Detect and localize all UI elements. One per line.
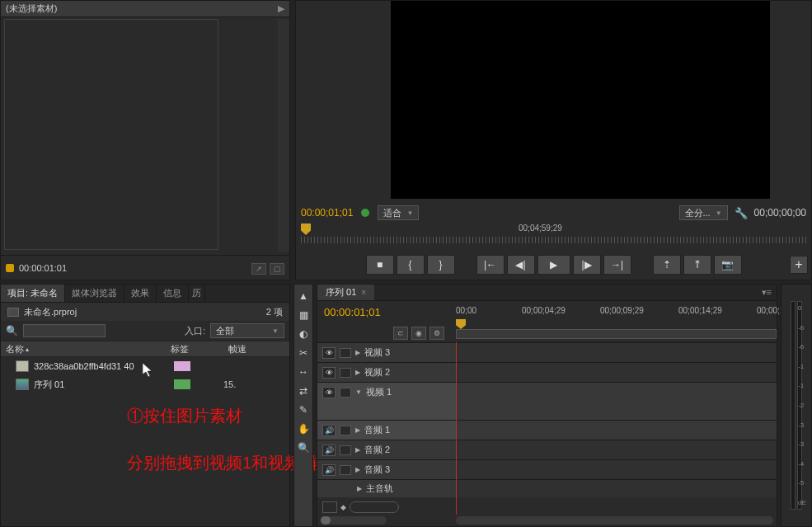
list-item[interactable]: 序列 01 15. bbox=[1, 375, 289, 393]
eye-icon[interactable]: 👁 bbox=[322, 347, 336, 359]
resolution-dropdown[interactable]: 全分... ▼ bbox=[679, 205, 728, 220]
source-viewport[interactable] bbox=[4, 19, 218, 250]
timeline-tab[interactable]: 序列 01 × bbox=[317, 285, 374, 300]
ruler-playhead-icon[interactable] bbox=[301, 224, 311, 235]
filter-dropdown[interactable]: 全部 ▼ bbox=[210, 323, 284, 338]
col-label[interactable]: 标签 bbox=[166, 343, 223, 355]
track-header[interactable]: ▶ 主音轨 bbox=[317, 480, 456, 497]
hand-tool[interactable]: ✋ bbox=[295, 421, 312, 437]
expand-icon[interactable]: ▶ bbox=[355, 349, 360, 356]
annotation-line1: ①按住图片素材 bbox=[127, 406, 242, 426]
program-timecode-left[interactable]: 00:00;01;01 bbox=[301, 207, 353, 219]
add-button-plus-icon[interactable]: + bbox=[790, 256, 808, 274]
lock-icon[interactable] bbox=[340, 348, 351, 358]
close-icon[interactable]: × bbox=[361, 288, 366, 297]
tab-media-browser[interactable]: 媒体浏览器 bbox=[65, 285, 124, 302]
timeline-work-area-bar[interactable] bbox=[456, 329, 777, 339]
track-header[interactable]: 👁 ▶ 视频 3 bbox=[317, 343, 456, 362]
label-swatch[interactable] bbox=[174, 379, 190, 389]
timeline-ruler[interactable]: 00;00 00;00;04;29 00;00;09;29 00;00;14;2… bbox=[456, 306, 777, 319]
track-select-tool[interactable]: ▦ bbox=[295, 307, 312, 323]
collapse-icon[interactable]: ▼ bbox=[355, 388, 362, 396]
speaker-icon[interactable]: 🔊 bbox=[322, 464, 336, 476]
lock-icon[interactable] bbox=[340, 465, 351, 475]
track-body[interactable] bbox=[456, 383, 777, 420]
expand-icon[interactable]: ▶ bbox=[355, 446, 360, 454]
selection-tool[interactable]: ▲ bbox=[295, 288, 312, 304]
source-scrollbar[interactable] bbox=[278, 19, 289, 252]
go-to-out-button[interactable]: →| bbox=[603, 255, 631, 275]
track-body[interactable] bbox=[456, 440, 777, 459]
tab-project[interactable]: 项目: 未命名 bbox=[1, 285, 65, 302]
src-mini-btn-2[interactable]: ▢ bbox=[270, 263, 284, 275]
expand-icon[interactable]: ▶ bbox=[355, 426, 360, 434]
timeline-playhead-icon[interactable] bbox=[456, 319, 466, 329]
track-body[interactable] bbox=[456, 460, 777, 479]
panel-menu-icon[interactable]: ▾≡ bbox=[757, 287, 777, 298]
lock-icon[interactable] bbox=[340, 445, 351, 455]
hscroll-thumb[interactable] bbox=[456, 516, 773, 525]
play-button[interactable]: ▶ bbox=[537, 255, 570, 275]
program-ruler[interactable]: 00;04;59;29 bbox=[296, 224, 811, 248]
search-icon[interactable]: 🔍 bbox=[6, 325, 18, 336]
speaker-icon[interactable]: 🔊 bbox=[322, 425, 336, 436]
export-frame-button[interactable]: 📷 bbox=[714, 255, 742, 275]
track-header[interactable]: 👁 ▶ 视频 2 bbox=[317, 363, 456, 382]
zoom-slider-knob[interactable] bbox=[321, 516, 331, 525]
lift-button[interactable]: ⇡ bbox=[653, 255, 681, 275]
col-name[interactable]: 名称 ▴ bbox=[1, 343, 166, 355]
list-item[interactable]: 328c38aa0b2ffb4fd31 40 bbox=[1, 357, 289, 375]
opacity-box[interactable] bbox=[350, 501, 399, 513]
playhead-line[interactable] bbox=[456, 342, 457, 515]
razor-tool[interactable]: ✂ bbox=[295, 345, 312, 361]
step-fwd-button[interactable]: |▶ bbox=[573, 255, 601, 275]
tab-effects[interactable]: 效果 bbox=[124, 285, 157, 302]
lock-icon[interactable] bbox=[340, 426, 351, 435]
track-header[interactable]: 🔊 ▶ 音频 1 bbox=[317, 421, 456, 440]
zoom-dropdown[interactable]: 适合 ▼ bbox=[378, 205, 419, 220]
extract-button[interactable]: ⤒ bbox=[683, 255, 711, 275]
expand-icon[interactable]: ▶ bbox=[357, 485, 362, 492]
tab-info[interactable]: 信息 bbox=[157, 285, 189, 302]
track-header[interactable]: 🔊 ▶ 音频 3 bbox=[317, 460, 456, 479]
snap-toggle[interactable]: ⊂ bbox=[393, 327, 408, 340]
settings-button[interactable]: ⚙ bbox=[429, 327, 444, 340]
slip-tool[interactable]: ↔ bbox=[295, 364, 312, 380]
timeline-timecode[interactable]: 00:00:01;01 bbox=[324, 306, 449, 318]
ripple-edit-tool[interactable]: ◐ bbox=[295, 326, 312, 342]
track-body[interactable] bbox=[456, 343, 777, 362]
col-fps[interactable]: 帧速 bbox=[223, 343, 246, 355]
mark-in-button[interactable]: { bbox=[397, 255, 425, 275]
mark-out-button[interactable]: } bbox=[427, 255, 455, 275]
step-back-button[interactable]: ◀| bbox=[507, 255, 535, 275]
go-to-in-button[interactable]: |← bbox=[476, 255, 505, 275]
expand-icon[interactable]: ▶ bbox=[355, 369, 360, 376]
pen-tool[interactable]: ✎ bbox=[295, 402, 312, 418]
expand-icon[interactable]: ▶ bbox=[355, 466, 360, 473]
src-mini-btn-1[interactable]: ↗ bbox=[251, 263, 266, 275]
tab-history[interactable]: 历 bbox=[189, 285, 205, 302]
track-body[interactable] bbox=[456, 480, 777, 497]
slide-tool[interactable]: ⇄ bbox=[295, 383, 312, 399]
track-header[interactable]: 👁 ▼ 视频 1 ◆ bbox=[317, 383, 456, 420]
timeline-ruler-area[interactable]: 00;00 00;00;04;29 00;00;09;29 00;00;14;2… bbox=[456, 301, 777, 342]
speaker-icon[interactable]: 🔊 bbox=[322, 445, 336, 456]
track-body[interactable] bbox=[456, 421, 777, 440]
track-body[interactable] bbox=[456, 363, 777, 382]
lock-icon[interactable] bbox=[340, 368, 351, 378]
track-header[interactable]: 🔊 ▶ 音频 2 bbox=[317, 440, 456, 459]
search-input[interactable] bbox=[23, 324, 106, 337]
zoom-slider[interactable] bbox=[321, 516, 387, 525]
keyframe-btn[interactable] bbox=[322, 501, 337, 513]
lock-icon[interactable] bbox=[340, 388, 351, 398]
source-menu-arrow-icon[interactable]: ▶ bbox=[278, 3, 284, 14]
eye-icon[interactable]: 👁 bbox=[322, 387, 336, 398]
program-viewport[interactable] bbox=[391, 1, 770, 199]
zoom-tool[interactable]: 🔍 bbox=[295, 440, 312, 456]
wrench-icon[interactable]: 🔧 bbox=[735, 207, 748, 219]
source-timecode[interactable]: 00:00:01:01 bbox=[19, 263, 67, 273]
label-swatch[interactable] bbox=[174, 361, 190, 371]
marker-button[interactable]: ◉ bbox=[411, 327, 426, 340]
eye-icon[interactable]: 👁 bbox=[322, 367, 336, 379]
stop-button[interactable]: ■ bbox=[366, 255, 394, 275]
